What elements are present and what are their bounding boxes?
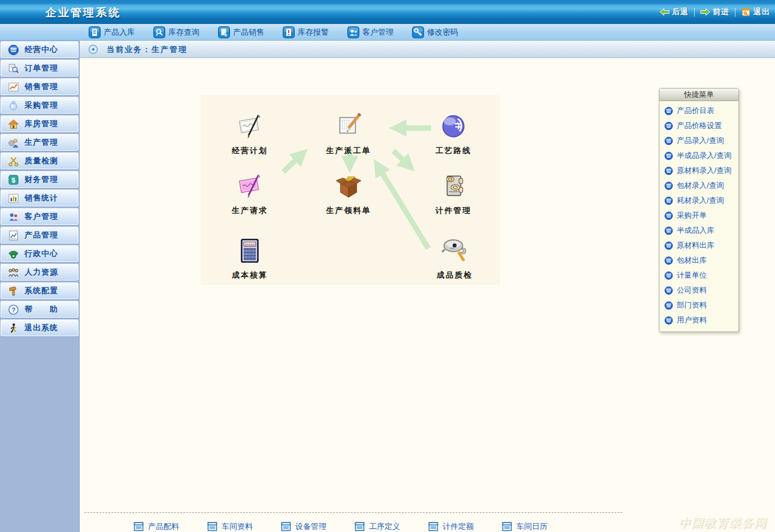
sidebar-item[interactable]: 经营中心 bbox=[1, 41, 78, 58]
bottom-link[interactable]: 产品配料 bbox=[134, 521, 179, 532]
sidebar-item[interactable]: 生产管理 bbox=[1, 134, 78, 151]
quick-menu-item-label: 计量单位 bbox=[677, 270, 707, 281]
doc-in-icon bbox=[89, 26, 101, 38]
toolbar-item[interactable]: 产品入库 bbox=[89, 26, 135, 38]
quick-menu-item[interactable]: 计量单位 bbox=[659, 268, 738, 283]
flow-node-label: 工艺路线 bbox=[414, 145, 492, 156]
flow-node[interactable]: 工艺路线 bbox=[414, 110, 492, 156]
quick-menu-item[interactable]: 采购开单 bbox=[659, 208, 738, 223]
bottom-link[interactable]: 车间资料 bbox=[207, 521, 253, 532]
bottom-link[interactable]: 工序定义 bbox=[355, 521, 400, 532]
quick-menu-item-label: 半成品入库 bbox=[677, 226, 715, 236]
quick-menu-item[interactable]: 包材录入/查询 bbox=[659, 178, 738, 193]
wallet-icon bbox=[414, 169, 492, 203]
toolbar-item[interactable]: 产品销售 bbox=[218, 26, 264, 38]
sidebar-item[interactable]: ?帮 助 bbox=[1, 301, 78, 318]
flow-node[interactable]: test成品质检 bbox=[416, 234, 494, 281]
bottom-link[interactable]: 计件定额 bbox=[428, 521, 474, 532]
quick-menu-title: 快捷菜单 bbox=[659, 89, 738, 101]
sidebar-item[interactable]: 行政中心 bbox=[1, 245, 78, 262]
nav-button-forward[interactable]: 前进 bbox=[700, 7, 729, 17]
quick-menu-item-label: 部门资料 bbox=[677, 300, 707, 311]
svg-text:?: ? bbox=[11, 306, 16, 313]
window-icon bbox=[355, 522, 365, 531]
quick-menu-item-label: 包材录入/查询 bbox=[677, 181, 723, 191]
quick-menu-item[interactable]: 耗材录入/查询 bbox=[659, 193, 738, 208]
search-icon bbox=[153, 26, 165, 38]
toolbar-item-label: 客户管理 bbox=[362, 27, 393, 38]
qm-bullet-icon bbox=[664, 226, 673, 235]
watermark: 中国教育装备网 www.celea.com bbox=[673, 515, 773, 532]
toolbar-item[interactable]: 库存查询 bbox=[153, 26, 199, 38]
toolbar-item[interactable]: 客户管理 bbox=[347, 26, 393, 38]
window-icon bbox=[134, 522, 144, 531]
bottom-link-label: 产品配料 bbox=[148, 521, 179, 532]
sidebar-item[interactable]: $财务管理 bbox=[1, 171, 78, 188]
quick-menu-item[interactable]: 公司资料 bbox=[659, 283, 738, 298]
nav-button-label: 后退 bbox=[672, 7, 689, 17]
nav-button-back[interactable]: 后退 bbox=[659, 7, 689, 17]
sidebar: 经营中心订单管理销售管理采购管理库房管理生产管理质量检测$财务管理销售统计客户管… bbox=[0, 41, 80, 532]
toolbar: 产品入库库存查询产品销售库存报警客户管理修改密码 bbox=[0, 24, 775, 41]
sidebar-item[interactable]: 退出系统 bbox=[1, 320, 78, 336]
flow-node[interactable]: 计件管理 bbox=[414, 169, 492, 216]
window-icon bbox=[502, 522, 512, 531]
flow-node-label: 经营计划 bbox=[211, 145, 289, 156]
quick-menu-item[interactable]: 包材出库 bbox=[659, 253, 738, 268]
quick-menu-item[interactable]: 产品价格设置 bbox=[659, 118, 738, 133]
quick-menu-panel: 快捷菜单 产品价目表产品价格设置产品录入/查询半成品录入/查询原材料录入/查询包… bbox=[659, 88, 739, 332]
doc-sale-icon bbox=[218, 26, 230, 38]
sidebar-item[interactable]: 采购管理 bbox=[1, 97, 78, 114]
qm-bullet-icon bbox=[664, 166, 673, 175]
quick-menu-item[interactable]: 部门资料 bbox=[659, 298, 738, 313]
toolbar-item-label: 修改密码 bbox=[427, 27, 458, 38]
flow-node-label: 生产请求 bbox=[211, 205, 289, 216]
quick-menu-item-label: 产品录入/查询 bbox=[677, 136, 723, 146]
sidebar-item[interactable]: 客户管理 bbox=[1, 208, 78, 225]
window-icon bbox=[207, 522, 217, 531]
sidebar-item-label: 采购管理 bbox=[25, 100, 58, 111]
quick-menu-item[interactable]: 原材料录入/查询 bbox=[659, 163, 738, 178]
sidebar-item[interactable]: 产品管理 bbox=[1, 227, 78, 244]
help-icon: ? bbox=[8, 304, 19, 315]
flow-node[interactable]: 88888成本核算 bbox=[211, 234, 289, 281]
quick-menu-item[interactable]: 半成品入库 bbox=[659, 223, 738, 238]
open-box-icon bbox=[310, 169, 388, 203]
key-icon bbox=[412, 26, 424, 38]
history-nav: 后退前进退出 bbox=[659, 0, 770, 24]
bottom-link[interactable]: 车间日历 bbox=[502, 521, 547, 532]
sidebar-item[interactable]: 质量检测 bbox=[1, 153, 78, 169]
nav-button-exit[interactable]: 退出 bbox=[741, 7, 770, 17]
sidebar-item[interactable]: 人力资源 bbox=[1, 264, 78, 281]
flow-node[interactable]: 生产派工单 bbox=[310, 110, 388, 156]
alert-doc-icon bbox=[283, 26, 295, 38]
quick-menu-item-label: 包材出库 bbox=[677, 256, 707, 266]
sidebar-item[interactable]: 销售管理 bbox=[1, 78, 78, 95]
sidebar-item-label: 订单管理 bbox=[25, 63, 58, 74]
finance-dollar-icon: $ bbox=[8, 174, 19, 186]
quick-menu-item[interactable]: 产品录入/查询 bbox=[659, 133, 738, 148]
sidebar-item[interactable]: 订单管理 bbox=[1, 60, 78, 77]
window-icon bbox=[281, 522, 291, 531]
content-area: 经营计划生产派工单工艺路线生产请求生产领料单计件管理88888成本核算test成… bbox=[80, 58, 775, 532]
flow-node[interactable]: 生产领料单 bbox=[310, 169, 388, 216]
toolbar-item[interactable]: 库存报警 bbox=[283, 26, 329, 38]
toolbar-item[interactable]: 修改密码 bbox=[412, 26, 458, 38]
arrow-left-green-icon bbox=[659, 8, 670, 16]
bottom-link-label: 车间资料 bbox=[222, 521, 253, 532]
quick-menu-item[interactable]: 原材料出库 bbox=[659, 238, 738, 253]
production-worker-icon bbox=[8, 137, 19, 148]
flow-node[interactable]: 生产请求 bbox=[211, 169, 289, 216]
sidebar-item[interactable]: 系统配置 bbox=[1, 282, 78, 299]
quick-menu-item[interactable]: 产品价目表 bbox=[659, 104, 738, 118]
qm-bullet-icon bbox=[664, 136, 673, 145]
bottom-link[interactable]: 设备管理 bbox=[281, 521, 326, 532]
calculator-icon: 88888 bbox=[211, 234, 289, 267]
quick-menu-item[interactable]: 用户资料 bbox=[659, 313, 738, 328]
worksheet-pencil-icon bbox=[310, 110, 388, 143]
quick-menu-item[interactable]: 半成品录入/查询 bbox=[659, 148, 738, 163]
flow-node[interactable]: 经营计划 bbox=[211, 110, 289, 156]
sidebar-item[interactable]: 销售统计 bbox=[1, 190, 78, 206]
sidebar-item[interactable]: 库房管理 bbox=[1, 115, 78, 132]
sidebar-item-label: 退出系统 bbox=[25, 323, 58, 333]
